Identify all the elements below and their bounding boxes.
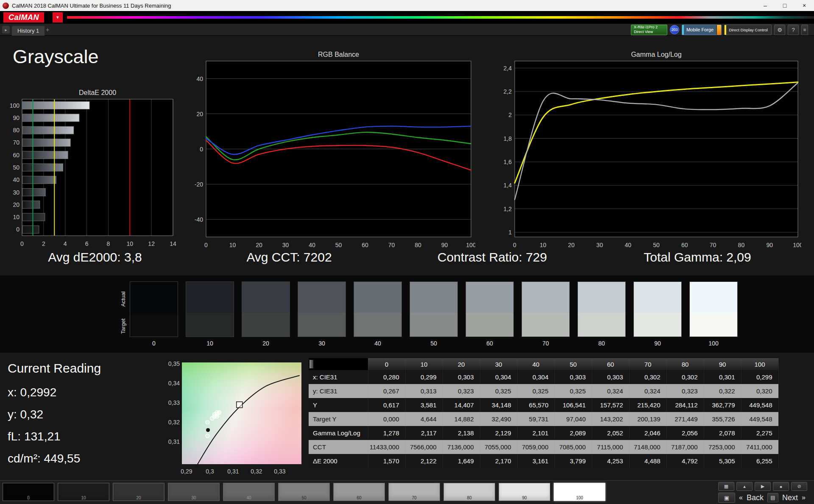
back-fast-arrow[interactable]: «	[739, 494, 743, 501]
title-bar: CalMAN 2018 CalMAN Ultimate for Business…	[0, 0, 814, 11]
swatch-target	[410, 313, 457, 337]
level-label: 80	[444, 496, 495, 500]
level-label: 30	[168, 496, 219, 500]
tick-label: 0,33	[168, 399, 180, 406]
table-cell: 0,323	[443, 384, 480, 398]
swatch-label: 80	[577, 340, 626, 347]
tick-label: -40	[195, 216, 203, 223]
level-button-90[interactable]: 90	[499, 483, 550, 501]
display-icon: ▦	[724, 484, 728, 489]
level-button-40[interactable]: 40	[223, 483, 275, 501]
swatch-90: 90	[633, 281, 682, 347]
history-nav-button[interactable]: ▸	[2, 26, 10, 33]
swatch-target	[466, 313, 513, 337]
swatch-target	[298, 313, 346, 337]
table-cell: 7115,000	[592, 440, 629, 454]
display-button[interactable]: ▦	[718, 482, 734, 491]
table-cell: 7059,000	[517, 440, 555, 454]
swatch-target	[354, 313, 401, 337]
help-button[interactable]: ?	[788, 25, 799, 35]
tick-label: 0,35	[168, 360, 180, 367]
workflow-toolbar: ▸ History 1 + X-Rite i1Pro 2 Direct View…	[0, 24, 814, 36]
chevron-down-icon: ▼	[56, 15, 60, 19]
swatch-0: 0	[130, 281, 178, 347]
actual-row-label: Actual	[120, 286, 126, 313]
tick-label: 60	[13, 152, 20, 159]
source-button[interactable]: Mobile Forge	[682, 25, 722, 35]
table-cell: 0,322	[704, 384, 741, 398]
level-button-70[interactable]: 70	[388, 483, 440, 501]
table-cell: 0,324	[592, 384, 629, 398]
deltae-bar-90	[22, 114, 79, 122]
level-button-30[interactable]: 30	[168, 483, 220, 501]
meter-name-line1: X-Rite i1Pro 2	[634, 25, 667, 30]
tick-label: 80	[415, 242, 421, 248]
minimize-button[interactable]: –	[755, 0, 775, 11]
swatch-actual	[354, 282, 401, 313]
play-button[interactable]: ▶	[755, 482, 771, 491]
level-button-80[interactable]: 80	[443, 483, 495, 501]
table-cell: 0,325	[480, 384, 517, 398]
play-icon: ▶	[761, 484, 764, 489]
tick-label: 10	[229, 242, 236, 248]
table-cell: 0,301	[704, 370, 741, 384]
reading-cdm2: cd/m²: 449,55	[8, 448, 101, 470]
deltae-bar-60	[22, 151, 68, 159]
tick-label: 80	[13, 127, 20, 134]
display-control-button[interactable]: Direct Display Control	[724, 25, 772, 35]
settings-button[interactable]: ⚙	[774, 25, 785, 35]
table-row: Gamma Log/Log1,2782,1172,1382,1292,1012,…	[309, 426, 778, 440]
tick-label: 0,33	[274, 468, 285, 475]
window-controls: – □ ×	[755, 0, 814, 11]
meter-name-line2: Direct View	[634, 30, 667, 34]
next-button[interactable]: Next	[782, 493, 798, 502]
app-icon	[3, 3, 9, 9]
add-tab-button[interactable]: +	[46, 26, 49, 33]
table-cell: 0,325	[555, 384, 592, 398]
table-cell: 0,303	[555, 370, 592, 384]
measurement-point	[206, 434, 209, 438]
panel-menu-button[interactable]: ≡	[801, 25, 808, 35]
table-cell: 2,056	[666, 426, 704, 440]
table-cell: 0,280	[368, 370, 405, 384]
deltae-bar-70	[22, 139, 70, 146]
table-cell: 4,488	[629, 454, 666, 468]
table-cell: 7055,000	[480, 440, 517, 454]
next-fast-arrow[interactable]: »	[802, 494, 806, 501]
table-cell: 0,299	[741, 370, 778, 384]
calman-menu-button[interactable]: CalMAN	[3, 12, 44, 22]
level-button-50[interactable]: 50	[278, 483, 330, 501]
save-button[interactable]: ▤	[767, 493, 778, 502]
tab-history-1[interactable]: History 1	[12, 26, 45, 36]
calman-menu-dropdown[interactable]: ▼	[53, 12, 63, 22]
table-cell: 2,089	[555, 426, 592, 440]
close-button[interactable]: ×	[794, 0, 814, 11]
back-button[interactable]: Back	[747, 493, 764, 502]
swatch-10: 10	[186, 281, 234, 347]
tick-label: 8	[107, 240, 110, 247]
maximize-button[interactable]: □	[775, 0, 794, 11]
pattern-level-buttons: 0102030405060708090100	[3, 483, 605, 501]
swatch-label: 100	[689, 340, 738, 347]
pattern-window-button[interactable]: ▣	[718, 493, 735, 503]
level-button-10[interactable]: 10	[58, 483, 109, 501]
grayscale-swatch-strip: Actual Target 0102030405060708090100	[0, 276, 814, 353]
meter-count-badge[interactable]: 203	[670, 25, 679, 34]
swatch-actual	[578, 282, 625, 313]
table-cell: 4,253	[592, 454, 629, 468]
level-button-0[interactable]: 0	[3, 483, 54, 501]
white-point-target	[237, 402, 243, 408]
tick-label: 90	[13, 114, 20, 121]
table-cell: 157,572	[592, 398, 629, 412]
tick-label: 4	[64, 240, 67, 247]
table-cell: 97,040	[555, 412, 592, 426]
level-button-100[interactable]: 100	[554, 483, 605, 501]
record-button[interactable]: ●	[773, 482, 789, 491]
up-button[interactable]: ▴	[736, 482, 753, 491]
disable-button[interactable]: ⊘	[791, 482, 807, 491]
meter-button[interactable]: X-Rite i1Pro 2 Direct View	[631, 25, 667, 35]
table-cell: 362,779	[704, 398, 741, 412]
level-button-20[interactable]: 20	[113, 483, 164, 501]
level-button-60[interactable]: 60	[333, 483, 385, 501]
hardware-buttons: X-Rite i1Pro 2 Direct View 203 Mobile Fo…	[631, 24, 808, 35]
